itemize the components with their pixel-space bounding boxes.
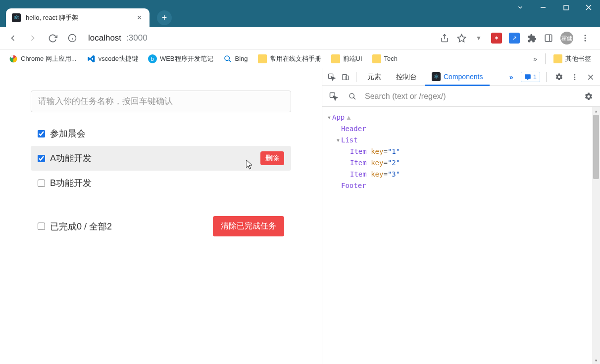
- tree-node-list[interactable]: ▾List: [322, 135, 600, 146]
- share-icon[interactable]: [440, 33, 450, 43]
- sidepanel-icon[interactable]: [544, 33, 553, 43]
- bookmark-label: 其他书签: [565, 54, 591, 63]
- browser-menu-icon[interactable]: [580, 33, 590, 43]
- select-element-icon[interactable]: [327, 90, 340, 103]
- vite-ext-icon[interactable]: ▼: [473, 33, 484, 44]
- devtools-panel: 元素 控制台 ⚛ Components » 1: [322, 68, 600, 364]
- url-host: localhost: [88, 33, 121, 43]
- window-titlebar: ⚛ hello, react 脚手架 × +: [0, 0, 600, 27]
- todo-footer: 已完成0 / 全部2 清除已完成任务: [31, 216, 291, 236]
- tab-console[interactable]: 控制台: [389, 68, 424, 86]
- bookmark-label: WEB程序开发笔记: [160, 54, 213, 63]
- tab-label: Components: [444, 73, 483, 81]
- tree-node-item[interactable]: Item key="1": [322, 146, 600, 157]
- url-display[interactable]: localhost:3000: [84, 33, 436, 43]
- delete-task-button[interactable]: 删除: [260, 151, 284, 165]
- svg-point-22: [574, 76, 576, 78]
- task-checkbox[interactable]: [38, 155, 45, 162]
- inspect-element-icon[interactable]: [325, 71, 338, 84]
- message-count-badge[interactable]: 1: [521, 72, 540, 82]
- svg-line-28: [353, 97, 355, 99]
- maximize-button[interactable]: [554, 0, 577, 15]
- bookmark-webdev[interactable]: bWEB程序开发笔记: [144, 52, 217, 65]
- close-devtools-icon[interactable]: [584, 71, 597, 84]
- tabs-overflow-icon[interactable]: »: [505, 71, 518, 84]
- tree-node-app[interactable]: ▾App▲: [322, 112, 600, 123]
- devtools-search-bar: [322, 86, 600, 107]
- browser-tab[interactable]: ⚛ hello, react 脚手架 ×: [6, 8, 150, 27]
- extensions-icon[interactable]: [527, 33, 537, 43]
- svg-rect-1: [564, 5, 568, 10]
- extension-icon-1[interactable]: ✶: [491, 33, 502, 44]
- dropdown-icon[interactable]: [509, 0, 532, 15]
- close-window-button[interactable]: [577, 0, 600, 15]
- other-bookmarks[interactable]: 其他书签: [550, 52, 595, 65]
- reload-button[interactable]: [45, 30, 60, 46]
- bookmark-docs[interactable]: 常用在线文档手册: [254, 52, 325, 65]
- task-item[interactable]: A功能开发 删除: [31, 146, 291, 171]
- site-info-icon[interactable]: [64, 30, 80, 46]
- extension-icon-2[interactable]: ↗: [509, 33, 520, 44]
- url-port: :3000: [126, 33, 148, 43]
- task-checkbox[interactable]: [38, 130, 45, 137]
- search-input[interactable]: [365, 92, 576, 101]
- bookmarks-bar: Chrome 网上应用... vscode快捷键 bWEB程序开发笔记 Bing…: [0, 49, 600, 68]
- settings-icon[interactable]: [552, 71, 565, 84]
- tree-scrollbar[interactable]: ▴ ▾: [592, 107, 600, 364]
- component-tree[interactable]: ▾App▲ Header ▾List Item key="1" Item key…: [322, 107, 600, 364]
- task-list: 参加晨会 A功能开发 删除 B功能开发: [31, 121, 291, 195]
- scroll-down-icon[interactable]: ▾: [592, 356, 600, 364]
- select-all-checkbox[interactable]: [38, 223, 45, 230]
- bookmark-vscode[interactable]: vscode快捷键: [83, 52, 142, 65]
- svg-point-16: [225, 56, 229, 60]
- bookmark-label: Tech: [384, 55, 398, 62]
- address-bar: localhost:3000 ▼ ✶ ↗ 霍健: [0, 27, 600, 49]
- svg-point-23: [574, 79, 576, 80]
- svg-point-27: [350, 93, 354, 98]
- back-button[interactable]: [5, 30, 21, 46]
- task-input[interactable]: [31, 91, 291, 112]
- profile-avatar[interactable]: 霍健: [560, 32, 573, 45]
- bookmark-label: Bing: [235, 55, 248, 62]
- footer-summary: 已完成0 / 全部2: [50, 221, 208, 232]
- svg-rect-9: [545, 35, 552, 42]
- scroll-up-icon[interactable]: ▴: [592, 107, 600, 115]
- tree-node-header[interactable]: Header: [322, 123, 600, 135]
- components-settings-icon[interactable]: [582, 90, 595, 103]
- tree-node-footer[interactable]: Footer: [322, 180, 600, 191]
- devtools-menu-icon[interactable]: [568, 71, 581, 84]
- task-item[interactable]: 参加晨会: [31, 121, 291, 146]
- separator: [356, 72, 356, 82]
- tree-node-item[interactable]: Item key="2": [322, 157, 600, 169]
- bookmarks-overflow[interactable]: »: [529, 53, 541, 65]
- task-label: A功能开发: [50, 152, 255, 164]
- bookmark-tech[interactable]: Tech: [368, 52, 401, 65]
- bookmark-label: Chrome 网上应用...: [21, 54, 77, 63]
- new-tab-button[interactable]: +: [157, 10, 172, 25]
- close-tab-icon[interactable]: ×: [135, 13, 144, 22]
- search-icon[interactable]: [346, 90, 359, 103]
- bookmark-bing[interactable]: Bing: [219, 52, 252, 65]
- todo-app: 参加晨会 A功能开发 删除 B功能开发 已完成0 / 全部2 清除已完成任务: [0, 68, 322, 364]
- tree-node-item[interactable]: Item key="3": [322, 169, 600, 180]
- svg-marker-8: [457, 34, 465, 42]
- bookmark-label: vscode快捷键: [99, 54, 138, 63]
- svg-point-11: [585, 35, 586, 36]
- minimize-button[interactable]: [532, 0, 554, 15]
- clear-completed-button[interactable]: 清除已完成任务: [213, 216, 284, 236]
- svg-point-12: [585, 38, 586, 39]
- tab-elements[interactable]: 元素: [360, 68, 388, 86]
- bookmark-star-icon[interactable]: [456, 33, 466, 43]
- bookmarks-separator: [545, 53, 546, 64]
- tab-components[interactable]: ⚛ Components: [425, 68, 490, 86]
- scroll-thumb[interactable]: [593, 115, 599, 179]
- forward-button[interactable]: [25, 30, 41, 46]
- tab-title: hello, react 脚手架: [26, 13, 130, 22]
- bookmark-chrome-store[interactable]: Chrome 网上应用...: [5, 52, 81, 65]
- svg-line-17: [229, 60, 231, 62]
- device-toggle-icon[interactable]: [339, 71, 352, 84]
- task-checkbox[interactable]: [38, 180, 45, 187]
- devtools-tabs: 元素 控制台 ⚛ Components » 1: [322, 68, 600, 86]
- task-item[interactable]: B功能开发: [31, 171, 291, 195]
- bookmark-frontend-ui[interactable]: 前端UI: [327, 52, 366, 65]
